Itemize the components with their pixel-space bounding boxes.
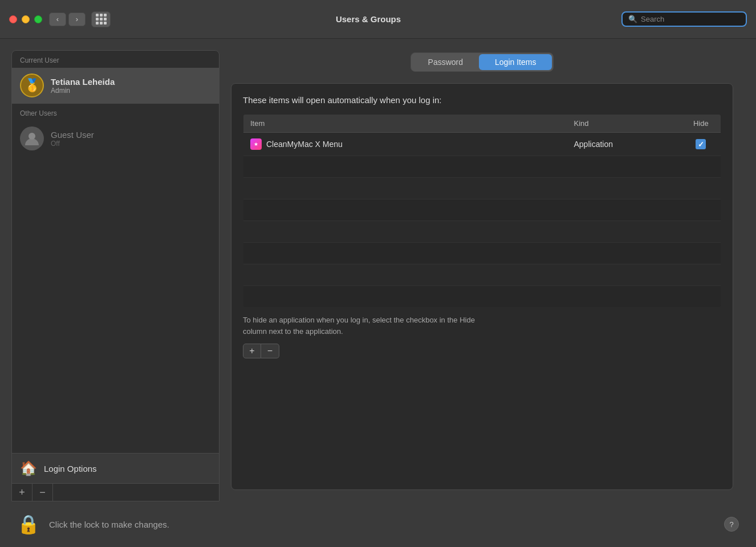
- help-button[interactable]: ?: [724, 517, 739, 532]
- table-row: ★ CleanMyMac X Menu Application: [243, 133, 721, 156]
- tab-password[interactable]: Password: [412, 54, 479, 70]
- add-item-button[interactable]: +: [243, 344, 261, 358]
- right-panel: Password Login Items These items will op…: [220, 50, 745, 501]
- item-hide-cell: [681, 133, 721, 156]
- footer-hint-text: To hide an application when you log in, …: [243, 315, 721, 337]
- current-user-item[interactable]: 🥇 Tetiana Leheida Admin: [12, 68, 219, 103]
- minimize-button[interactable]: [22, 15, 30, 23]
- search-box: 🔍: [621, 11, 747, 27]
- current-user-info: Tetiana Leheida Admin: [51, 77, 115, 95]
- col-header-item: Item: [243, 115, 567, 133]
- tab-login-items[interactable]: Login Items: [479, 54, 552, 70]
- current-user-avatar: 🥇: [20, 74, 44, 97]
- table-row-empty-5: [243, 243, 721, 264]
- close-button[interactable]: [9, 15, 17, 23]
- current-user-name: Tetiana Leheida: [51, 77, 115, 87]
- table-row-empty-2: [243, 178, 721, 199]
- remove-user-button[interactable]: −: [32, 484, 53, 501]
- forward-button[interactable]: ›: [68, 13, 86, 26]
- login-options-label: Login Options: [44, 464, 97, 473]
- main-content: Current User 🥇 Tetiana Leheida Admin Oth…: [0, 39, 756, 501]
- guest-user-info: Guest User Off: [51, 130, 94, 148]
- guest-user-status: Off: [51, 140, 94, 148]
- maximize-button[interactable]: [34, 15, 42, 23]
- action-buttons: + −: [243, 344, 721, 358]
- login-options-item[interactable]: 🏠 Login Options: [12, 453, 219, 483]
- grid-icon: [96, 14, 107, 25]
- guest-user-avatar: [20, 126, 44, 150]
- tab-group: Password Login Items: [410, 52, 554, 72]
- content-panel: These items will open automatically when…: [231, 83, 733, 490]
- back-button[interactable]: ‹: [49, 13, 66, 26]
- col-header-kind: Kind: [567, 115, 681, 133]
- current-user-label: Current User: [12, 51, 219, 68]
- grid-button[interactable]: [91, 11, 111, 27]
- sidebar: Current User 🥇 Tetiana Leheida Admin Oth…: [11, 50, 220, 501]
- traffic-lights: [9, 15, 42, 23]
- sidebar-spacer: [12, 156, 219, 453]
- login-items-description: These items will open automatically when…: [243, 95, 721, 105]
- item-kind-cell: Application: [567, 133, 681, 156]
- search-input[interactable]: [641, 15, 740, 23]
- table-row-empty-7: [243, 286, 721, 308]
- table-row-empty-1: [243, 156, 721, 178]
- item-name-cell: ★ CleanMyMac X Menu: [243, 133, 567, 156]
- title-bar: ‹ › Users & Groups 🔍: [0, 0, 756, 39]
- login-items-table: Item Kind Hide ★ CleanMyMac X Menu: [243, 114, 721, 308]
- table-row-empty-6: [243, 264, 721, 286]
- current-user-role: Admin: [51, 87, 115, 95]
- search-icon: 🔍: [628, 15, 637, 23]
- table-row-empty-4: [243, 221, 721, 243]
- hide-checkbox[interactable]: [696, 139, 706, 149]
- window-title: Users & Groups: [115, 14, 621, 24]
- remove-item-button[interactable]: −: [261, 344, 279, 358]
- bottom-bar: 🔒 Click the lock to make changes. ?: [0, 501, 756, 547]
- person-icon: [24, 130, 40, 146]
- app-icon-container: ★ CleanMyMac X Menu: [250, 138, 343, 150]
- tabs-container: Password Login Items: [231, 52, 733, 72]
- other-users-label: Other Users: [12, 104, 219, 121]
- sidebar-actions: + −: [12, 483, 219, 501]
- add-user-button[interactable]: +: [12, 484, 32, 501]
- house-icon: 🏠: [20, 460, 37, 476]
- guest-user-item[interactable]: Guest User Off: [12, 121, 219, 156]
- nav-buttons: ‹ ›: [49, 13, 86, 26]
- col-header-hide: Hide: [681, 115, 721, 133]
- lock-icon[interactable]: 🔒: [17, 513, 40, 535]
- app-name: CleanMyMac X Menu: [266, 140, 343, 149]
- app-icon-img: ★: [250, 138, 262, 150]
- table-row-empty-3: [243, 199, 721, 221]
- guest-user-name: Guest User: [51, 130, 94, 140]
- lock-text: Click the lock to make changes.: [49, 520, 169, 529]
